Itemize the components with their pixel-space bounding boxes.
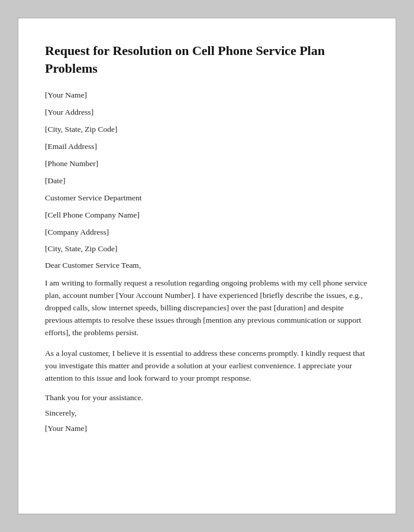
- address-line-4: [Phone Number]: [45, 158, 369, 170]
- address-block: [Your Name][Your Address][City, State, Z…: [45, 90, 369, 255]
- address-line-3: [Email Address]: [45, 141, 369, 153]
- address-line-1: [Your Address]: [45, 107, 369, 118]
- signature: [Your Name]: [45, 424, 369, 433]
- address-line-7: [Cell Phone Company Name]: [45, 210, 369, 221]
- address-line-8: [Company Address]: [45, 227, 369, 238]
- address-line-0: [Your Name]: [45, 90, 369, 101]
- closing: Sincerely,: [45, 408, 369, 418]
- salutation: Dear Customer Service Team,: [45, 261, 369, 270]
- address-line-5: [Date]: [45, 176, 369, 187]
- address-line-2: [City, State, Zip Code]: [45, 124, 369, 135]
- body-paragraph-2: As a loyal customer, I believe it is ess…: [45, 348, 369, 385]
- address-line-6: Customer Service Department: [45, 193, 369, 204]
- body-paragraph-1: I am writing to formally request a resol…: [45, 277, 369, 339]
- thank-you: Thank you for your assistance.: [45, 393, 369, 403]
- document-title: Request for Resolution on Cell Phone Ser…: [45, 42, 369, 77]
- address-line-9: [City, State, Zip Code]: [45, 244, 369, 255]
- document-container: Request for Resolution on Cell Phone Ser…: [18, 18, 396, 514]
